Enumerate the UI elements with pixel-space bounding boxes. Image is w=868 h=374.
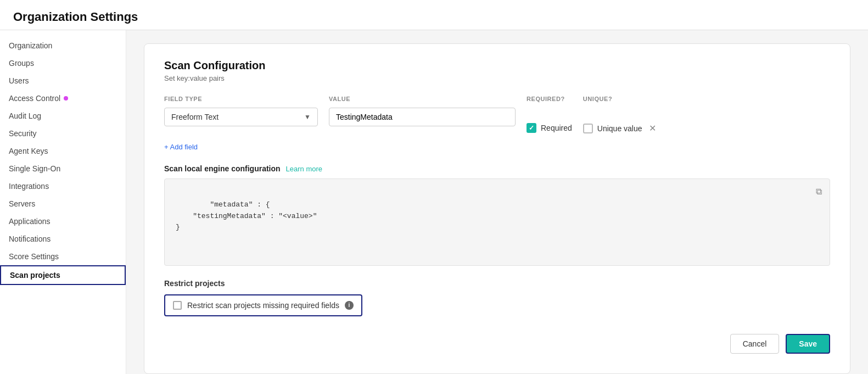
add-field-link[interactable]: + Add field [164, 143, 198, 151]
required-group: REQUIRED? Required [527, 96, 572, 133]
unique-group: UNIQUE? Unique value ✕ [583, 96, 656, 133]
code-block: "metadata" : { "testingMetadata" : "<val… [164, 178, 830, 266]
field-type-group: FIELD TYPE Freeform Text ▼ [164, 96, 318, 126]
sidebar-item-security[interactable]: Security [0, 125, 126, 142]
save-button[interactable]: Save [786, 334, 830, 354]
local-engine-row: Scan local engine configuration Learn mo… [164, 164, 830, 173]
sidebar-item-agent-keys[interactable]: Agent Keys [0, 142, 126, 160]
field-configuration-row: FIELD TYPE Freeform Text ▼ VALUE REQUIRE… [164, 96, 830, 133]
restrict-checkbox[interactable] [173, 301, 182, 310]
page-header: Organization Settings [0, 0, 868, 30]
value-label: VALUE [329, 96, 516, 102]
field-type-value: Freeform Text [171, 113, 219, 121]
sidebar-item-applications[interactable]: Applications [0, 213, 126, 230]
sidebar-item-single-sign-on[interactable]: Single Sign-On [0, 160, 126, 177]
main-content: Scan Configuration Set key:value pairs F… [126, 30, 868, 374]
copy-icon[interactable]: ⧉ [816, 186, 822, 200]
sidebar-item-integrations[interactable]: Integrations [0, 177, 126, 195]
sidebar-item-notifications[interactable]: Notifications [0, 230, 126, 248]
field-type-label: FIELD TYPE [164, 96, 318, 102]
cancel-button[interactable]: Cancel [730, 334, 780, 354]
field-type-select[interactable]: Freeform Text ▼ [164, 108, 318, 126]
sidebar-item-servers[interactable]: Servers [0, 195, 126, 213]
settings-card: Scan Configuration Set key:value pairs F… [144, 43, 850, 374]
learn-more-link[interactable]: Learn more [286, 165, 322, 173]
required-label: REQUIRED? [527, 96, 572, 102]
value-input[interactable] [329, 108, 516, 126]
value-group: VALUE [329, 96, 516, 126]
section-subtitle: Set key:value pairs [164, 74, 830, 82]
required-text: Required [541, 124, 572, 132]
restrict-checkbox-row[interactable]: Restrict scan projects missing required … [164, 294, 362, 316]
chevron-down-icon: ▼ [304, 113, 311, 121]
restrict-section-label: Restrict projects [164, 279, 830, 288]
unique-label: UNIQUE? [583, 96, 656, 102]
restrict-checkbox-label: Restrict scan projects missing required … [187, 301, 339, 310]
section-title: Scan Configuration [164, 59, 830, 72]
local-engine-label: Scan local engine configuration [164, 164, 281, 173]
sidebar-item-scan-projects[interactable]: Scan projects [0, 265, 126, 285]
sidebar-item-organization[interactable]: Organization [0, 37, 126, 54]
main-layout: Organization Groups Users Access Control… [0, 30, 868, 374]
unique-checkbox[interactable] [583, 124, 593, 133]
remove-unique-icon[interactable]: ✕ [649, 123, 656, 133]
sidebar-item-score-settings[interactable]: Score Settings [0, 248, 126, 265]
code-content: "metadata" : { "testingMetadata" : "<val… [176, 200, 317, 232]
required-checkbox[interactable] [527, 123, 536, 133]
actions-row: Cancel Save [164, 334, 830, 354]
page-title: Organization Settings [13, 10, 855, 24]
info-icon: i [345, 301, 354, 310]
sidebar: Organization Groups Users Access Control… [0, 30, 126, 374]
sidebar-item-audit-log[interactable]: Audit Log [0, 107, 126, 125]
unique-text: Unique value [597, 124, 642, 133]
sidebar-item-access-control[interactable]: Access Control [0, 90, 126, 107]
access-control-dot [64, 96, 68, 101]
sidebar-item-groups[interactable]: Groups [0, 54, 126, 72]
sidebar-item-users[interactable]: Users [0, 72, 126, 90]
